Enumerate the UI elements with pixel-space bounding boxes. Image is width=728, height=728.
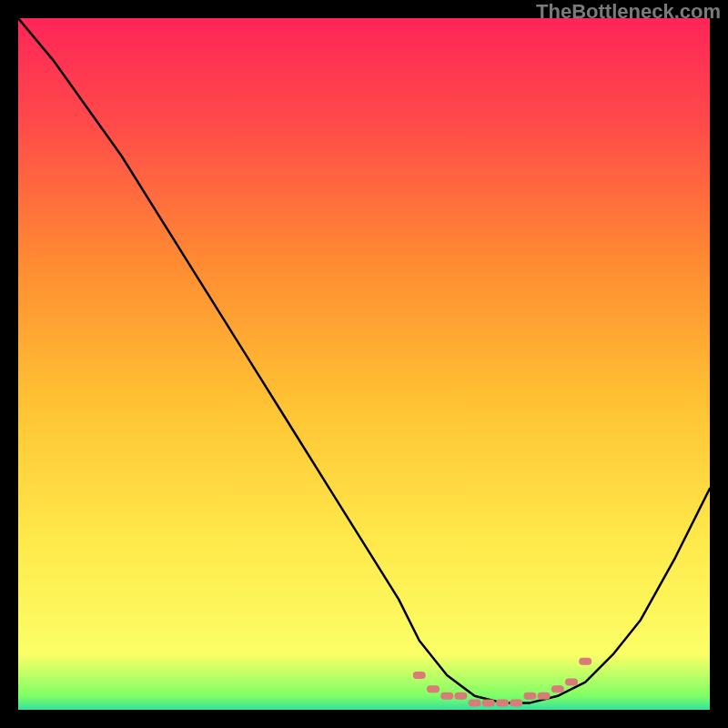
optimal-marker	[565, 679, 578, 686]
optimal-marker	[427, 685, 440, 693]
optimal-marker	[482, 699, 495, 706]
bottleneck-chart	[18, 18, 710, 710]
optimal-marker	[510, 699, 522, 706]
watermark-text: TheBottleneck.com	[536, 0, 721, 24]
optimal-marker	[523, 693, 536, 700]
optimal-marker	[454, 693, 467, 700]
optimal-marker	[469, 699, 481, 706]
optimal-marker	[413, 672, 426, 679]
chart-container: TheBottleneck.com	[0, 0, 728, 728]
optimal-marker	[440, 693, 453, 700]
chart-svg	[18, 18, 710, 710]
optimal-marker	[579, 658, 592, 665]
chart-background-gradient	[18, 18, 710, 710]
optimal-marker	[538, 693, 551, 700]
optimal-marker	[551, 685, 564, 693]
optimal-marker	[496, 699, 509, 706]
